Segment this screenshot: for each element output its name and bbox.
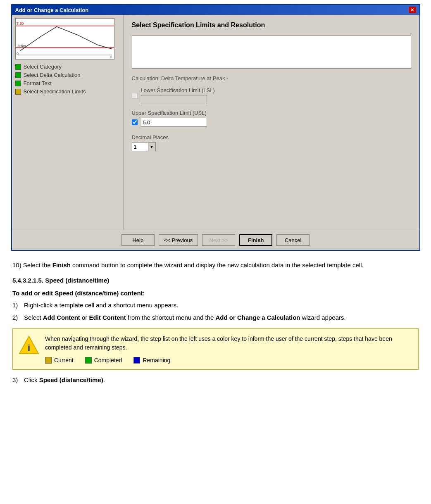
note-text: When navigating through the wizard, the … (45, 335, 412, 352)
calc-label: Calculation: Delta Temperature at Peak - (132, 75, 411, 81)
step10-bold: Finish (52, 262, 71, 269)
current-label: Current (54, 357, 74, 364)
usl-group: Upper Specification Limit (USL) (132, 110, 411, 127)
svg-text:x: x (110, 55, 112, 59)
svg-text:-3.8m: -3.8m (16, 44, 26, 48)
decimal-input[interactable] (132, 142, 148, 151)
step1-num: 1) (12, 301, 24, 310)
key-current: Current (45, 357, 74, 364)
step-3: 3) Click Speed (distance/time). (12, 376, 419, 385)
step-10-instruction: 10) Select the Finish command button to … (12, 261, 419, 270)
svg-text:7.50: 7.50 (16, 21, 23, 26)
list-item-2: 2) Select Add Content or Edit Content fr… (12, 313, 419, 323)
completed-label: Completed (94, 357, 122, 364)
decimal-spinner[interactable]: ▼ (148, 142, 156, 151)
step2-text-after: wizard appears. (300, 314, 346, 321)
next-button[interactable]: Next >> (202, 234, 235, 246)
cancel-button[interactable]: Cancel (276, 234, 310, 246)
step2-bold1: Add Content (43, 314, 80, 321)
step3-bold: Speed (distance/time) (39, 376, 103, 383)
step-indicator-3 (15, 81, 21, 86)
dialog-close-button[interactable]: ✕ (409, 7, 416, 13)
step1-text: Right-click a template cell and a shortc… (24, 301, 179, 310)
step10-text-after: command button to complete the wizard an… (71, 262, 364, 269)
step2-num: 2) (12, 313, 24, 323)
step2-text-mid2: from the shortcut menu and the (126, 314, 216, 321)
color-key: Current Completed Remaining (45, 357, 412, 364)
completed-swatch (85, 357, 92, 364)
current-swatch (45, 357, 52, 364)
list-item-1: 1) Right-click a template cell and a sho… (12, 301, 419, 310)
step3-text-after: . (103, 376, 105, 383)
dialog-body: 7.50 -3.8m 0 x Select Category Sel (12, 15, 419, 230)
usl-checkbox[interactable] (132, 119, 138, 125)
key-completed: Completed (85, 357, 122, 364)
step10-text-before: Select the (23, 262, 52, 269)
page-content: 10) Select the Finish command button to … (8, 261, 423, 385)
step-item-4: Select Specification Limits (15, 88, 120, 95)
lsl-checkbox[interactable] (132, 93, 138, 99)
step-indicator-4 (15, 89, 21, 95)
key-remaining: Remaining (133, 357, 170, 364)
dialog-main-panel: Select Specification Limits and Resoluti… (124, 15, 419, 230)
svg-text:i: i (28, 343, 30, 353)
step2-content: Select Add Content or Edit Content from … (24, 313, 346, 323)
dialog-titlebar: Add or Change a Calculation ✕ (12, 5, 419, 15)
dialog-title: Add or Change a Calculation (15, 7, 89, 13)
step2-bold2: Edit Content (89, 314, 126, 321)
usl-label: Upper Specification Limit (USL) (132, 110, 411, 116)
step-item-3: Format Text (15, 80, 120, 86)
step2-bold3: Add or Change a Calculation (215, 314, 300, 321)
note-icon: i (19, 335, 39, 355)
decimal-section: Decimal Places ▼ (132, 134, 411, 151)
usl-input[interactable] (141, 118, 207, 127)
dialog-window: Add or Change a Calculation ✕ 7.50 -3.8m… (11, 4, 420, 251)
chart-preview: 7.50 -3.8m 0 x (15, 18, 114, 59)
help-button[interactable]: Help (121, 234, 155, 246)
step-list: Select Category Select Delta Calculation… (15, 64, 120, 95)
lsl-label: Lower Specification Limit (LSL) (141, 87, 215, 93)
step2-text-before: Select (24, 314, 43, 321)
step3-content: Click Speed (distance/time). (24, 376, 105, 385)
section-subheading: To add or edit Speed (distance/time) con… (12, 290, 419, 297)
white-area (132, 36, 411, 69)
lsl-group: Lower Specification Limit (LSL) (132, 87, 411, 104)
dialog-sidebar: 7.50 -3.8m 0 x Select Category Sel (12, 15, 124, 230)
svg-rect-0 (16, 19, 114, 59)
step-item-2: Select Delta Calculation (15, 72, 120, 78)
step-indicator-2 (15, 72, 21, 78)
note-content: When navigating through the wizard, the … (45, 335, 412, 364)
remaining-swatch (133, 357, 140, 364)
lsl-input[interactable] (141, 95, 207, 104)
finish-button[interactable]: Finish (239, 234, 272, 246)
dialog-button-bar: Help << Previous Next >> Finish Cancel (12, 230, 419, 250)
panel-title: Select Specification Limits and Resoluti… (132, 21, 411, 29)
step10-num: 10) (12, 262, 21, 269)
step-item-1: Select Category (15, 64, 120, 70)
step3-num: 3) (12, 376, 24, 385)
previous-button[interactable]: << Previous (159, 234, 198, 246)
svg-text:0: 0 (16, 52, 18, 56)
steps-list: 1) Right-click a template cell and a sho… (12, 301, 419, 323)
step3-text-before: Click (24, 376, 39, 383)
remaining-label: Remaining (143, 357, 170, 364)
decimal-label: Decimal Places (132, 134, 411, 140)
section-heading: 5.4.3.2.1.5. Speed (distance/time) (12, 277, 419, 284)
step-indicator-1 (15, 64, 21, 70)
step2-text-mid: or (80, 314, 89, 321)
note-box: i When navigating through the wizard, th… (12, 328, 419, 370)
